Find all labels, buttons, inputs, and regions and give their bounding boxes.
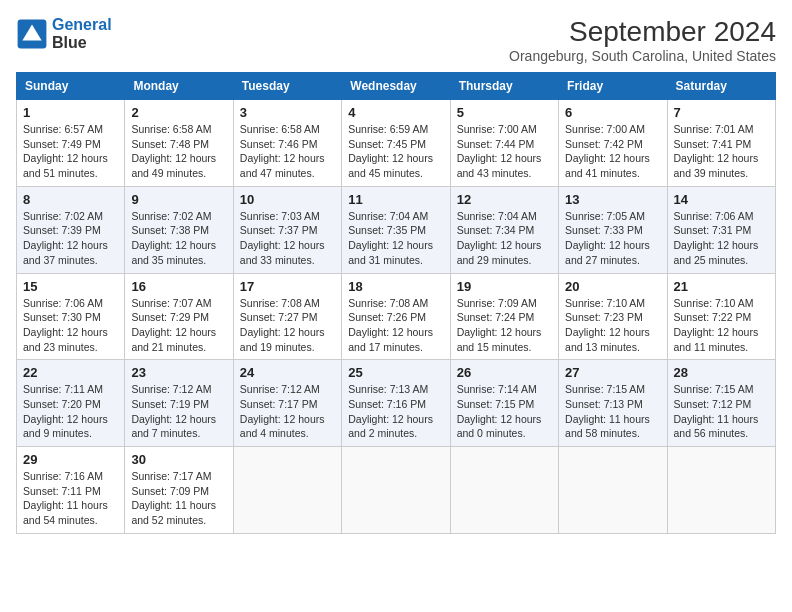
logo-icon xyxy=(16,18,48,50)
calendar-day-cell: 17Sunrise: 7:08 AM Sunset: 7:27 PM Dayli… xyxy=(233,273,341,360)
calendar-day-cell xyxy=(559,447,667,534)
calendar-day-cell: 25Sunrise: 7:13 AM Sunset: 7:16 PM Dayli… xyxy=(342,360,450,447)
day-info: Sunrise: 7:06 AM Sunset: 7:30 PM Dayligh… xyxy=(23,296,118,355)
title-block: September 2024 Orangeburg, South Carolin… xyxy=(509,16,776,64)
day-number: 26 xyxy=(457,365,552,380)
day-info: Sunrise: 7:17 AM Sunset: 7:09 PM Dayligh… xyxy=(131,469,226,528)
calendar-day-cell: 13Sunrise: 7:05 AM Sunset: 7:33 PM Dayli… xyxy=(559,186,667,273)
calendar-day-cell xyxy=(667,447,775,534)
location-subtitle: Orangeburg, South Carolina, United State… xyxy=(509,48,776,64)
calendar-day-cell xyxy=(233,447,341,534)
day-info: Sunrise: 7:04 AM Sunset: 7:35 PM Dayligh… xyxy=(348,209,443,268)
day-info: Sunrise: 6:58 AM Sunset: 7:46 PM Dayligh… xyxy=(240,122,335,181)
day-number: 6 xyxy=(565,105,660,120)
day-info: Sunrise: 7:10 AM Sunset: 7:22 PM Dayligh… xyxy=(674,296,769,355)
calendar-day-cell xyxy=(450,447,558,534)
day-info: Sunrise: 7:04 AM Sunset: 7:34 PM Dayligh… xyxy=(457,209,552,268)
day-number: 5 xyxy=(457,105,552,120)
day-number: 25 xyxy=(348,365,443,380)
day-number: 3 xyxy=(240,105,335,120)
calendar-day-cell: 14Sunrise: 7:06 AM Sunset: 7:31 PM Dayli… xyxy=(667,186,775,273)
day-info: Sunrise: 7:00 AM Sunset: 7:42 PM Dayligh… xyxy=(565,122,660,181)
day-number: 30 xyxy=(131,452,226,467)
calendar-day-cell: 3Sunrise: 6:58 AM Sunset: 7:46 PM Daylig… xyxy=(233,100,341,187)
page-header: General Blue September 2024 Orangeburg, … xyxy=(16,16,776,64)
day-number: 22 xyxy=(23,365,118,380)
day-number: 24 xyxy=(240,365,335,380)
calendar-day-cell: 2Sunrise: 6:58 AM Sunset: 7:48 PM Daylig… xyxy=(125,100,233,187)
logo: General Blue xyxy=(16,16,112,51)
day-number: 19 xyxy=(457,279,552,294)
calendar-day-cell: 16Sunrise: 7:07 AM Sunset: 7:29 PM Dayli… xyxy=(125,273,233,360)
calendar-day-cell: 23Sunrise: 7:12 AM Sunset: 7:19 PM Dayli… xyxy=(125,360,233,447)
weekday-header-cell: Tuesday xyxy=(233,73,341,100)
day-info: Sunrise: 7:10 AM Sunset: 7:23 PM Dayligh… xyxy=(565,296,660,355)
day-number: 10 xyxy=(240,192,335,207)
calendar-day-cell: 6Sunrise: 7:00 AM Sunset: 7:42 PM Daylig… xyxy=(559,100,667,187)
day-info: Sunrise: 7:08 AM Sunset: 7:26 PM Dayligh… xyxy=(348,296,443,355)
day-number: 11 xyxy=(348,192,443,207)
calendar-day-cell: 30Sunrise: 7:17 AM Sunset: 7:09 PM Dayli… xyxy=(125,447,233,534)
day-info: Sunrise: 7:11 AM Sunset: 7:20 PM Dayligh… xyxy=(23,382,118,441)
calendar-day-cell: 18Sunrise: 7:08 AM Sunset: 7:26 PM Dayli… xyxy=(342,273,450,360)
calendar-day-cell: 28Sunrise: 7:15 AM Sunset: 7:12 PM Dayli… xyxy=(667,360,775,447)
day-number: 18 xyxy=(348,279,443,294)
calendar-body: 1Sunrise: 6:57 AM Sunset: 7:49 PM Daylig… xyxy=(17,100,776,534)
day-number: 12 xyxy=(457,192,552,207)
calendar-day-cell: 29Sunrise: 7:16 AM Sunset: 7:11 PM Dayli… xyxy=(17,447,125,534)
day-info: Sunrise: 6:59 AM Sunset: 7:45 PM Dayligh… xyxy=(348,122,443,181)
calendar-day-cell: 11Sunrise: 7:04 AM Sunset: 7:35 PM Dayli… xyxy=(342,186,450,273)
weekday-header-cell: Sunday xyxy=(17,73,125,100)
day-info: Sunrise: 7:01 AM Sunset: 7:41 PM Dayligh… xyxy=(674,122,769,181)
day-info: Sunrise: 7:12 AM Sunset: 7:19 PM Dayligh… xyxy=(131,382,226,441)
day-info: Sunrise: 7:05 AM Sunset: 7:33 PM Dayligh… xyxy=(565,209,660,268)
calendar-day-cell: 10Sunrise: 7:03 AM Sunset: 7:37 PM Dayli… xyxy=(233,186,341,273)
calendar-day-cell: 5Sunrise: 7:00 AM Sunset: 7:44 PM Daylig… xyxy=(450,100,558,187)
calendar-day-cell: 27Sunrise: 7:15 AM Sunset: 7:13 PM Dayli… xyxy=(559,360,667,447)
day-info: Sunrise: 7:14 AM Sunset: 7:15 PM Dayligh… xyxy=(457,382,552,441)
calendar-day-cell: 26Sunrise: 7:14 AM Sunset: 7:15 PM Dayli… xyxy=(450,360,558,447)
calendar-day-cell: 7Sunrise: 7:01 AM Sunset: 7:41 PM Daylig… xyxy=(667,100,775,187)
day-number: 4 xyxy=(348,105,443,120)
day-number: 15 xyxy=(23,279,118,294)
calendar-week-row: 8Sunrise: 7:02 AM Sunset: 7:39 PM Daylig… xyxy=(17,186,776,273)
day-info: Sunrise: 7:08 AM Sunset: 7:27 PM Dayligh… xyxy=(240,296,335,355)
calendar-week-row: 15Sunrise: 7:06 AM Sunset: 7:30 PM Dayli… xyxy=(17,273,776,360)
day-info: Sunrise: 7:15 AM Sunset: 7:13 PM Dayligh… xyxy=(565,382,660,441)
day-number: 28 xyxy=(674,365,769,380)
day-info: Sunrise: 7:03 AM Sunset: 7:37 PM Dayligh… xyxy=(240,209,335,268)
calendar-day-cell: 8Sunrise: 7:02 AM Sunset: 7:39 PM Daylig… xyxy=(17,186,125,273)
calendar-day-cell: 20Sunrise: 7:10 AM Sunset: 7:23 PM Dayli… xyxy=(559,273,667,360)
calendar-day-cell: 19Sunrise: 7:09 AM Sunset: 7:24 PM Dayli… xyxy=(450,273,558,360)
day-info: Sunrise: 7:07 AM Sunset: 7:29 PM Dayligh… xyxy=(131,296,226,355)
logo-line2: Blue xyxy=(52,34,112,52)
day-number: 17 xyxy=(240,279,335,294)
logo-text: General Blue xyxy=(52,16,112,51)
day-number: 21 xyxy=(674,279,769,294)
day-number: 9 xyxy=(131,192,226,207)
calendar-day-cell xyxy=(342,447,450,534)
day-info: Sunrise: 7:15 AM Sunset: 7:12 PM Dayligh… xyxy=(674,382,769,441)
day-number: 13 xyxy=(565,192,660,207)
weekday-header-cell: Wednesday xyxy=(342,73,450,100)
day-number: 1 xyxy=(23,105,118,120)
day-number: 14 xyxy=(674,192,769,207)
calendar-day-cell: 21Sunrise: 7:10 AM Sunset: 7:22 PM Dayli… xyxy=(667,273,775,360)
calendar-day-cell: 9Sunrise: 7:02 AM Sunset: 7:38 PM Daylig… xyxy=(125,186,233,273)
day-number: 16 xyxy=(131,279,226,294)
month-title: September 2024 xyxy=(509,16,776,48)
day-info: Sunrise: 7:16 AM Sunset: 7:11 PM Dayligh… xyxy=(23,469,118,528)
calendar-week-row: 1Sunrise: 6:57 AM Sunset: 7:49 PM Daylig… xyxy=(17,100,776,187)
weekday-header-cell: Friday xyxy=(559,73,667,100)
weekday-header-cell: Monday xyxy=(125,73,233,100)
calendar-day-cell: 24Sunrise: 7:12 AM Sunset: 7:17 PM Dayli… xyxy=(233,360,341,447)
day-info: Sunrise: 7:09 AM Sunset: 7:24 PM Dayligh… xyxy=(457,296,552,355)
logo-line1: General xyxy=(52,16,112,33)
day-info: Sunrise: 7:12 AM Sunset: 7:17 PM Dayligh… xyxy=(240,382,335,441)
day-number: 23 xyxy=(131,365,226,380)
calendar-day-cell: 4Sunrise: 6:59 AM Sunset: 7:45 PM Daylig… xyxy=(342,100,450,187)
calendar-table: SundayMondayTuesdayWednesdayThursdayFrid… xyxy=(16,72,776,534)
day-info: Sunrise: 7:00 AM Sunset: 7:44 PM Dayligh… xyxy=(457,122,552,181)
day-info: Sunrise: 6:58 AM Sunset: 7:48 PM Dayligh… xyxy=(131,122,226,181)
day-info: Sunrise: 6:57 AM Sunset: 7:49 PM Dayligh… xyxy=(23,122,118,181)
